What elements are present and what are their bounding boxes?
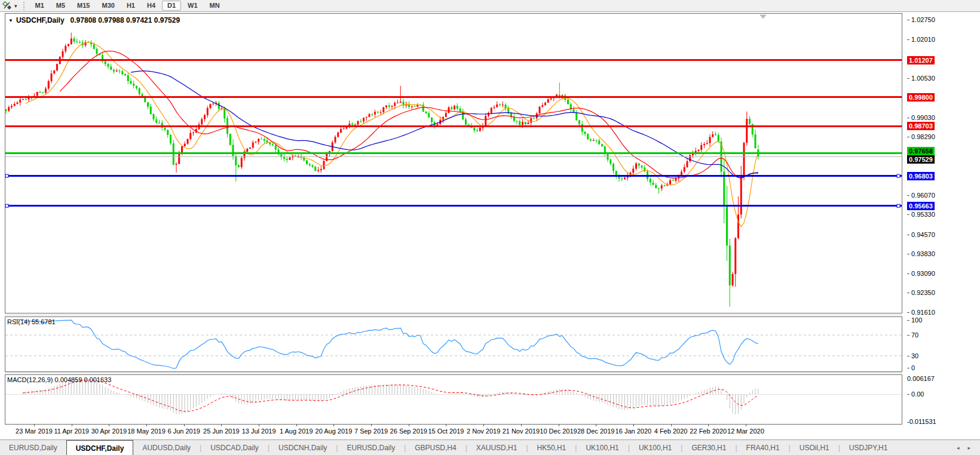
level-price-badge: 0.98703 [907, 122, 935, 130]
date-axis-label: 28 Dec 2019 [577, 428, 614, 435]
timeframe-buttons: M1M5M15M30H1H4D1W1MN [30, 1, 225, 11]
date-axis-label: 23 Mar 2019 [16, 428, 53, 435]
date-axis-tick [446, 425, 446, 426]
macd-axis-tick: -0.011531 [907, 418, 936, 425]
chart-tab-eurusd-daily[interactable]: EURUSD,Daily [338, 440, 404, 455]
chart-tab-bar: EURUSD,DailyUSDCHF,DailyAUDUSD,Daily|USD… [0, 439, 980, 455]
date-axis-tick [371, 425, 372, 426]
date-axis-tick [521, 425, 522, 426]
date-axis-label: 2 Nov 2019 [467, 428, 500, 435]
date-axis-label: 20 Aug 2019 [316, 428, 353, 435]
date-axis-label: 18 May 2019 [127, 428, 166, 435]
rsi-axis-tick: 0 [907, 364, 915, 371]
chart-tab-uk100-h1[interactable]: UK100,H1 [577, 440, 627, 455]
date-axis-tick [72, 425, 72, 426]
price-axis-tick: 0.94570 [907, 231, 935, 238]
date-axis-tick [296, 425, 297, 426]
chevron-down-icon[interactable]: ▾ [13, 3, 19, 9]
chart-tab-usoil-h1[interactable]: USOil,H1 [791, 440, 838, 455]
date-axis-label: 16 Jan 2020 [615, 428, 652, 435]
timeframe-toolbar: ▾ M1M5M15M30H1H4D1W1MN [0, 0, 980, 12]
rsi-axis-tick: 30 [907, 352, 918, 359]
date-axis-label: 11 Apr 2019 [54, 428, 89, 435]
date-axis-tick [409, 425, 409, 426]
chart-canvas[interactable] [5, 13, 902, 425]
rsi-axis-tick: 70 [907, 331, 918, 339]
timeframe-button-h1[interactable]: H1 [121, 1, 140, 11]
timeframe-button-h4[interactable]: H4 [142, 1, 161, 11]
chart-tab-usdchf-daily[interactable]: USDCHF,Daily [66, 440, 134, 455]
date-axis-label: 21 Nov 2019 [503, 428, 540, 435]
date-axis-tick [483, 425, 484, 426]
toolbar-grip[interactable] [23, 2, 26, 10]
date-axis-label: 30 Apr 2019 [91, 428, 127, 435]
date-axis-label: 22 Feb 2020 [690, 428, 727, 435]
date-axis-label: 4 Feb 2020 [654, 428, 688, 435]
chart-tab-usdcad-daily[interactable]: USDCAD,Daily [201, 440, 268, 455]
trading-terminal-window: ▾ M1M5M15M30H1H4D1W1MN ▼USDCHF,Daily0.97… [0, 0, 980, 455]
date-axis-tick [109, 425, 109, 426]
price-axis-tick: 1.02750 [907, 16, 935, 23]
date-axis-tick [671, 425, 672, 426]
date-axis-tick [596, 425, 596, 426]
chart-area[interactable] [5, 13, 902, 425]
macd-axis-tick: 0.00 [907, 391, 924, 398]
chart-tab-usdcnh-daily[interactable]: USDCNH,Daily [270, 440, 336, 455]
date-axis-label: 12 Mar 2020 [727, 428, 764, 435]
timeframe-button-mn[interactable]: MN [204, 1, 225, 11]
timeframe-button-w1[interactable]: W1 [182, 1, 203, 11]
chart-tab-eurusd-daily[interactable]: EURUSD,Daily [0, 440, 66, 455]
chart-tab-usdjpy-h1[interactable]: USDJPY,H1 [840, 440, 896, 455]
level-price-badge: 0.96803 [907, 172, 935, 180]
objects-tool-icon[interactable] [2, 1, 12, 10]
date-axis-tick [184, 425, 185, 426]
price-axis-tick: 0.96070 [907, 192, 935, 199]
chart-tab-hk50-h1[interactable]: HK50,H1 [528, 440, 575, 455]
date-axis-label: 26 Sep 2019 [390, 428, 427, 435]
chart-tabs: EURUSD,DailyUSDCHF,DailyAUDUSD,Daily|USD… [0, 440, 896, 455]
rsi-axis-tick: 100 [907, 316, 922, 324]
date-axis-label: 25 Jun 2019 [203, 428, 240, 435]
price-axis-tick: 1.00530 [907, 75, 935, 82]
tab-scroll-right-icon[interactable]: ▸ [967, 445, 970, 451]
date-axis-tick [221, 425, 222, 426]
level-price-badge: 0.99800 [907, 93, 935, 102]
price-axis-tick: 0.93830 [907, 250, 935, 257]
price-axis-tick: 0.93090 [907, 270, 935, 277]
price-axis-tick: 1.02010 [907, 36, 935, 43]
level-price-badge: 0.97658 [907, 147, 935, 155]
date-axis-label: 7 Sep 2019 [354, 428, 388, 435]
timeframe-button-m30[interactable]: M30 [97, 1, 120, 11]
level-price-badge: 1.01207 [907, 56, 935, 64]
date-axis-label: 6 Jun 2019 [168, 428, 200, 435]
tab-scroll-left-icon[interactable]: ◂ [957, 445, 960, 451]
price-axis-tick: 0.92350 [907, 289, 935, 296]
timeframe-button-d1[interactable]: D1 [162, 1, 181, 11]
date-axis-label: 13 Jul 2019 [242, 428, 276, 435]
date-axis-tick [34, 425, 35, 426]
date-axis-label: 1 Aug 2019 [280, 428, 313, 435]
chart-tab-ger30-h1[interactable]: GER30,H1 [682, 440, 735, 455]
chart-tab-uk100-h1[interactable]: UK100,H1 [630, 440, 681, 455]
date-axis-tick [146, 425, 147, 426]
price-axis-tick: 0.98290 [907, 133, 935, 140]
tab-scroll-controls: ◂ ▸ [957, 440, 980, 455]
date-axis-tick [708, 425, 709, 426]
date-axis-tick [633, 425, 634, 426]
date-axis-label: 10 Dec 2019 [540, 428, 577, 435]
timeframe-button-m5[interactable]: M5 [51, 1, 71, 11]
chart-tab-gbpusd-h4[interactable]: GBPUSD,H4 [406, 440, 465, 455]
price-axis-tick: 0.99030 [907, 114, 935, 121]
chart-tab-audusd-daily[interactable]: AUDUSD,Daily [133, 440, 200, 455]
timeframe-button-m15[interactable]: M15 [72, 1, 95, 11]
chart-tab-xauusd-h1[interactable]: XAUUSD,H1 [467, 440, 526, 455]
level-price-badge: 0.95663 [907, 202, 935, 210]
date-axis-tick [559, 425, 559, 426]
current-price-badge: 0.97529 [907, 155, 935, 164]
date-axis-label: 15 Oct 2019 [428, 428, 464, 435]
date-axis-tick [333, 425, 334, 426]
price-axis-tick: 0.91610 [907, 309, 935, 316]
chart-tab-fra40-h1[interactable]: FRA40,H1 [737, 440, 789, 455]
date-axis-tick [746, 425, 746, 426]
timeframe-button-m1[interactable]: M1 [30, 1, 50, 11]
